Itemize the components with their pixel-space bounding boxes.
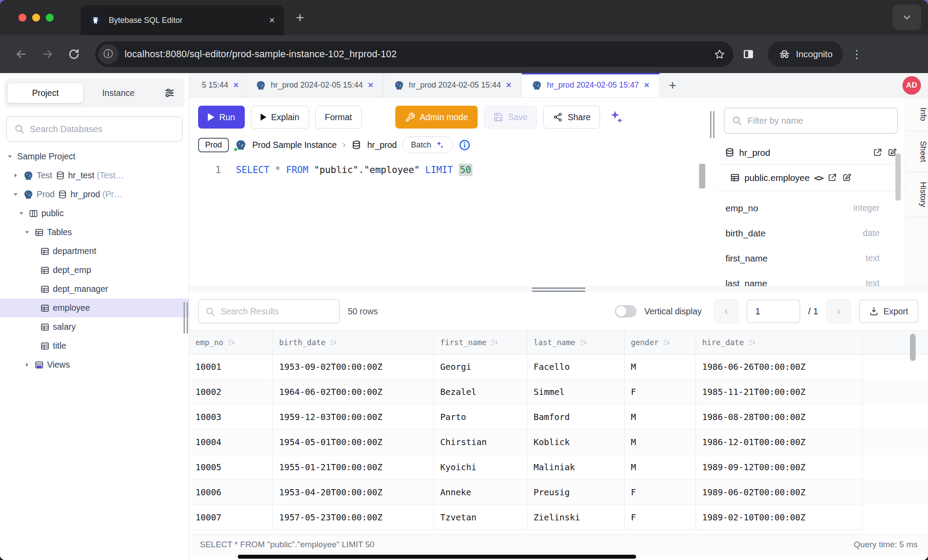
tab-project[interactable]: Project bbox=[7, 83, 83, 103]
side-tab-sheet[interactable]: Sheet bbox=[906, 131, 928, 172]
table-cell[interactable]: Maliniak bbox=[527, 455, 625, 480]
back-button[interactable] bbox=[10, 43, 33, 66]
table-cell[interactable]: 1955-01-21T00:00:00Z bbox=[273, 455, 434, 480]
table-cell[interactable]: Preusig bbox=[527, 480, 625, 505]
caret-right-icon[interactable] bbox=[22, 361, 31, 368]
split-resize-handle[interactable] bbox=[189, 286, 928, 291]
table-cell[interactable]: Tzvetan bbox=[434, 505, 527, 530]
save-button[interactable]: Save bbox=[484, 106, 537, 129]
forward-button[interactable] bbox=[36, 43, 59, 66]
header-cell-birth_date[interactable]: birth_date bbox=[273, 331, 434, 354]
horizontal-scrollbar[interactable] bbox=[238, 555, 636, 559]
sql-code-area[interactable]: 1 SELECT * FROM "public"."employee" LIMI… bbox=[189, 158, 708, 175]
table-row[interactable]: 100051955-01-21T00:00:00ZKyoichiMaliniak… bbox=[189, 455, 928, 480]
view-code-icon[interactable]: <> bbox=[814, 173, 823, 183]
reload-button[interactable] bbox=[63, 43, 85, 66]
site-info-icon[interactable]: ⓘ bbox=[98, 44, 118, 64]
tree-item-salary[interactable]: salary bbox=[0, 317, 189, 336]
next-page-button[interactable]: › bbox=[826, 299, 851, 323]
browser-tab-close-icon[interactable]: ✕ bbox=[269, 16, 275, 25]
table-cell[interactable]: Bamford bbox=[527, 405, 625, 430]
table-cell[interactable]: 1953-09-02T00:00:00Z bbox=[273, 354, 434, 379]
caret-down-icon[interactable] bbox=[11, 191, 20, 198]
table-cell[interactable]: M bbox=[625, 354, 696, 379]
header-cell-gender[interactable]: gender bbox=[625, 331, 696, 354]
table-cell[interactable]: Chirstian bbox=[434, 430, 527, 455]
table-cell[interactable]: 1989-06-02T00:00:00Z bbox=[696, 480, 862, 505]
filter-tune-icon[interactable] bbox=[164, 87, 181, 99]
caret-down-icon[interactable] bbox=[22, 229, 31, 236]
caret-down-icon[interactable] bbox=[5, 153, 14, 160]
column-row-first_name[interactable]: first_nametext bbox=[717, 246, 905, 271]
table-cell[interactable]: 1957-05-23T00:00:00Z bbox=[273, 505, 434, 530]
export-button[interactable]: Export bbox=[859, 299, 918, 323]
table-cell[interactable]: M bbox=[625, 405, 696, 430]
table-row[interactable]: 100041954-05-01T00:00:00ZChirstianKoblic… bbox=[189, 430, 928, 455]
tree-item-employee[interactable]: employee bbox=[0, 298, 189, 317]
table-cell[interactable]: 1959-12-03T00:00:00Z bbox=[273, 405, 434, 430]
tree-item-views[interactable]: Views bbox=[0, 355, 189, 374]
search-databases-input[interactable]: Search Databases bbox=[6, 116, 183, 142]
header-cell-emp_no[interactable]: emp_no bbox=[189, 331, 273, 354]
url-text[interactable]: localhost:8080/sql-editor/prod-sample-in… bbox=[125, 49, 707, 60]
database-name[interactable]: hr_prod bbox=[367, 140, 397, 150]
browser-menu-icon[interactable]: ⋮ bbox=[851, 48, 862, 61]
close-tab-icon[interactable]: ✕ bbox=[233, 81, 239, 89]
table-cell[interactable]: Koblick bbox=[527, 430, 625, 455]
table-row[interactable]: 100011953-09-02T00:00:00ZGeorgiFacelloM1… bbox=[189, 354, 928, 379]
editor-scrollbar[interactable] bbox=[699, 164, 705, 188]
new-worksheet-button[interactable]: + bbox=[660, 73, 685, 97]
close-tab-icon[interactable]: ✕ bbox=[506, 81, 512, 89]
side-panel-icon[interactable] bbox=[737, 43, 760, 66]
table-cell[interactable]: 10003 bbox=[189, 405, 273, 430]
table-cell[interactable]: Georgi bbox=[434, 354, 527, 379]
filter-by-name-input[interactable]: Filter by name bbox=[724, 107, 898, 134]
table-cell[interactable]: 1986-08-28T00:00:00Z bbox=[696, 405, 862, 430]
batch-mode-button[interactable]: Batch bbox=[402, 136, 453, 153]
table-cell[interactable]: 1989-02-10T00:00:00Z bbox=[696, 505, 862, 530]
table-cell[interactable]: Anneke bbox=[434, 480, 527, 505]
side-tab-info[interactable]: Info bbox=[906, 98, 928, 131]
table-row[interactable]: 100071957-05-23T00:00:00ZTzvetanZielinsk… bbox=[189, 505, 928, 530]
external-link-icon[interactable] bbox=[827, 173, 837, 183]
table-cell[interactable]: Kyoichi bbox=[434, 455, 527, 480]
page-number-input[interactable]: 1 bbox=[747, 299, 800, 323]
column-row-birth_date[interactable]: birth_datedate bbox=[717, 221, 905, 246]
share-button[interactable]: Share bbox=[543, 106, 600, 129]
table-cell[interactable]: F bbox=[625, 505, 696, 530]
table-row[interactable]: 100031959-12-03T00:00:00ZPartoBamfordM19… bbox=[189, 405, 928, 430]
sql-statement[interactable]: SELECT * FROM "public"."employee" LIMIT … bbox=[236, 165, 472, 175]
fullscreen-window-button[interactable] bbox=[46, 14, 54, 22]
worksheet-tab[interactable]: hr_prod 2024-02-05 15:44✕ bbox=[246, 73, 384, 97]
url-bar[interactable]: ⓘ localhost:8080/sql-editor/prod-sample-… bbox=[95, 41, 733, 67]
tree-item-public[interactable]: public bbox=[0, 204, 189, 223]
close-tab-icon[interactable]: ✕ bbox=[644, 81, 649, 89]
table-cell[interactable]: 1953-04-20T00:00:00Z bbox=[273, 480, 434, 505]
column-row-emp_no[interactable]: emp_nointeger bbox=[717, 195, 905, 221]
tree-item-department[interactable]: department bbox=[0, 242, 189, 261]
caret-down-icon[interactable] bbox=[17, 210, 26, 217]
table-cell[interactable]: M bbox=[625, 430, 696, 455]
tree-item-tables[interactable]: Tables bbox=[0, 223, 189, 242]
browser-tab[interactable]: Bytebase SQL Editor ✕ bbox=[81, 5, 284, 35]
header-cell-first_name[interactable]: first_name bbox=[434, 331, 527, 354]
tab-search-button[interactable] bbox=[893, 4, 921, 30]
external-link-icon[interactable] bbox=[873, 147, 883, 158]
table-cell[interactable]: Parto bbox=[434, 405, 527, 430]
close-window-button[interactable] bbox=[18, 14, 26, 22]
header-cell-hire_date[interactable]: hire_date bbox=[696, 331, 862, 354]
table-cell[interactable]: 10007 bbox=[189, 505, 273, 530]
table-cell[interactable]: Simmel bbox=[527, 379, 625, 405]
table-cell[interactable]: Facello bbox=[527, 354, 625, 379]
table-cell[interactable]: Zielinski bbox=[527, 505, 625, 530]
caret-right-icon[interactable] bbox=[11, 172, 20, 179]
user-avatar[interactable]: AD bbox=[902, 76, 921, 95]
table-cell[interactable]: F bbox=[625, 480, 696, 505]
side-tab-history[interactable]: History bbox=[906, 172, 928, 217]
tree-item-sample-project[interactable]: Sample Project bbox=[0, 147, 189, 166]
format-button[interactable]: Format bbox=[315, 106, 362, 129]
run-button[interactable]: Run bbox=[198, 106, 245, 129]
tree-item-dept-manager[interactable]: dept_manager bbox=[0, 280, 189, 298]
table-cell[interactable]: 10004 bbox=[189, 430, 273, 455]
table-row[interactable]: 100021964-06-02T00:00:00ZBezalelSimmelF1… bbox=[189, 379, 928, 405]
